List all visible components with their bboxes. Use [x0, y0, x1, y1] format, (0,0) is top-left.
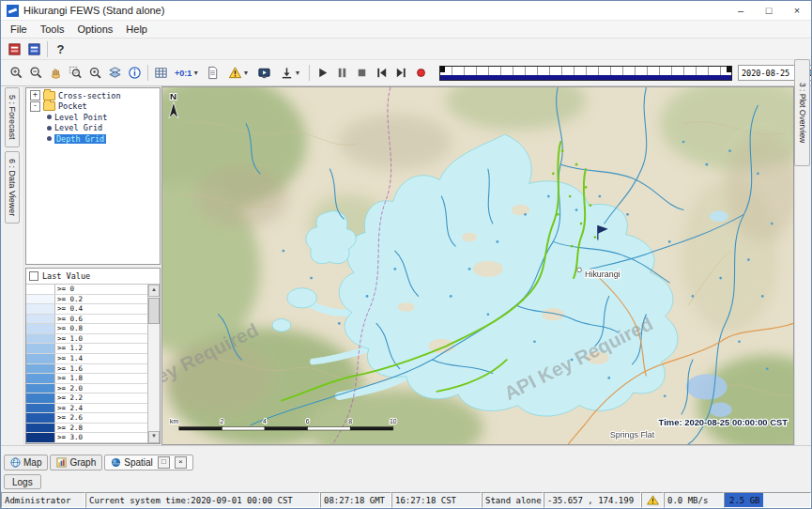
legend-label: >= 1.6 — [55, 364, 147, 374]
info-button[interactable] — [125, 63, 145, 83]
help-button[interactable]: ? — [51, 39, 70, 59]
tab-forecast[interactable]: 5 : Forecast — [5, 87, 20, 147]
warning-icon — [228, 66, 242, 80]
zoom-out-button[interactable] — [26, 63, 46, 83]
scroll-track[interactable] — [148, 297, 160, 431]
time-step-dropdown[interactable]: +0:1 ▼ — [171, 63, 203, 83]
record-button[interactable] — [411, 63, 431, 83]
logs-button[interactable]: Logs — [4, 474, 41, 489]
tree-node-pocket[interactable]: - Pocket — [26, 101, 160, 113]
map-canvas[interactable]: Hikurangi API Key Required API Key Requi… — [161, 86, 794, 445]
zoom-extent-button[interactable] — [85, 63, 105, 83]
grid-icon — [154, 66, 168, 80]
animation-display-button[interactable] — [254, 63, 274, 83]
status-memory: 2.5 GB — [724, 492, 811, 508]
display-icon — [257, 66, 271, 80]
status-mode: Stand alone — [482, 492, 544, 508]
scroll-thumb[interactable] — [148, 298, 160, 324]
zoom-in-button[interactable] — [7, 63, 26, 83]
area-label: Springs Flat — [610, 430, 655, 440]
last-value-checkbox[interactable] — [29, 271, 38, 281]
scale-unit-label: km — [170, 418, 179, 424]
pan-button[interactable] — [46, 63, 66, 83]
zoom-extent-icon — [88, 66, 102, 80]
expand-icon[interactable]: + — [30, 90, 40, 100]
main-area: 5 : Forecast 6 : Data Viewer + Cross-sec… — [1, 86, 811, 445]
scroll-down-icon[interactable]: ▼ — [148, 431, 160, 443]
layers-button[interactable] — [105, 63, 125, 83]
collapse-icon[interactable]: - — [30, 101, 40, 112]
status-warning[interactable] — [641, 492, 664, 508]
timeline-end-marker[interactable] — [727, 66, 731, 72]
tab-map[interactable]: Map — [4, 455, 48, 470]
legend-swatch — [26, 433, 55, 442]
legend-row: >= 0.4 — [26, 304, 147, 315]
minimize-button[interactable]: – — [727, 1, 755, 20]
timeline-slider[interactable] — [439, 66, 732, 81]
step-back-button[interactable] — [372, 63, 391, 83]
close-button[interactable]: × — [783, 1, 811, 20]
toolbar-separator — [147, 65, 148, 81]
maximize-button[interactable]: □ — [755, 1, 783, 20]
legend-swatch — [26, 304, 55, 314]
tab-graph-label: Graph — [69, 457, 96, 468]
skip-start-icon — [375, 66, 389, 80]
menu-help[interactable]: Help — [119, 23, 154, 36]
legend-scrollbar[interactable]: ▲ ▼ — [147, 285, 160, 443]
app-window: Hikurangi FEWS (Stand alone) – □ × File … — [0, 0, 812, 509]
legend-label: >= 0.2 — [55, 295, 147, 304]
menu-file[interactable]: File — [4, 23, 34, 36]
legend-swatch — [26, 315, 55, 324]
legend-row: >= 2.6 — [26, 413, 147, 424]
open-configuration-button[interactable] — [24, 39, 44, 59]
download-icon — [280, 66, 294, 80]
zoom-box-button[interactable] — [66, 63, 85, 83]
tree-node-depth-grid[interactable]: Depth Grid — [26, 133, 160, 145]
grid-display-button[interactable] — [151, 63, 171, 83]
legend-row: >= 1.6 — [26, 364, 147, 375]
legend-label: >= 3.0 — [55, 433, 147, 442]
legend-header: Last Value — [26, 269, 160, 285]
legend-row: >= 1.2 — [26, 344, 147, 354]
legend-label: >= 1.8 — [55, 374, 147, 383]
timeline-start-marker[interactable] — [440, 66, 445, 72]
map-svg: Hikurangi API Key Required API Key Requi… — [162, 87, 793, 444]
tree-node-level-grid[interactable]: Level Grid — [26, 123, 160, 134]
tab-plot-overview[interactable]: 3 : Plot Overview — [794, 59, 810, 166]
tab-graph[interactable]: Graph — [50, 455, 102, 470]
stop-button[interactable] — [352, 63, 372, 83]
tab-spatial[interactable]: Spatial □ × — [104, 455, 193, 470]
pause-button[interactable] — [332, 63, 352, 83]
status-user: Administrator — [1, 492, 85, 508]
report-button[interactable] — [203, 63, 222, 83]
tree-node-level-point[interactable]: Level Point — [26, 112, 160, 123]
scroll-up-icon[interactable]: ▲ — [148, 285, 160, 297]
tree-node-label: Level Grid — [54, 123, 102, 132]
spatial-globe-icon — [111, 457, 121, 468]
legend-swatch — [26, 324, 55, 333]
scale-tick-label: 2 — [221, 418, 224, 424]
layer-bullet-icon — [47, 126, 52, 131]
legend-swatch — [26, 384, 55, 393]
tab-data-viewer[interactable]: 6 : Data Viewer — [5, 151, 20, 224]
panel-close-button[interactable]: × — [175, 456, 187, 469]
menu-options[interactable]: Options — [70, 23, 119, 36]
warning-icon — [647, 495, 659, 505]
legend-row: >= 3.0 — [26, 433, 147, 443]
zoom-out-icon — [29, 66, 43, 80]
folder-icon — [43, 101, 55, 111]
help-icon: ? — [57, 42, 65, 56]
legend-swatch — [26, 285, 55, 294]
legend-label: >= 0 — [55, 285, 147, 294]
export-dropdown[interactable]: ▼ — [274, 63, 306, 83]
open-database-button[interactable] — [5, 39, 24, 59]
panel-restore-button[interactable]: □ — [158, 456, 170, 469]
status-coordinates: -35.657 , 174.199 — [544, 492, 641, 508]
legend-row: >= 1.4 — [26, 354, 147, 364]
play-button[interactable] — [313, 63, 332, 83]
step-forward-button[interactable] — [391, 63, 411, 83]
status-local-time: 16:27:18 CST — [391, 492, 482, 508]
logs-row: Logs — [1, 471, 811, 492]
menu-tools[interactable]: Tools — [34, 23, 71, 36]
thresholds-dropdown[interactable]: ▼ — [222, 63, 254, 83]
